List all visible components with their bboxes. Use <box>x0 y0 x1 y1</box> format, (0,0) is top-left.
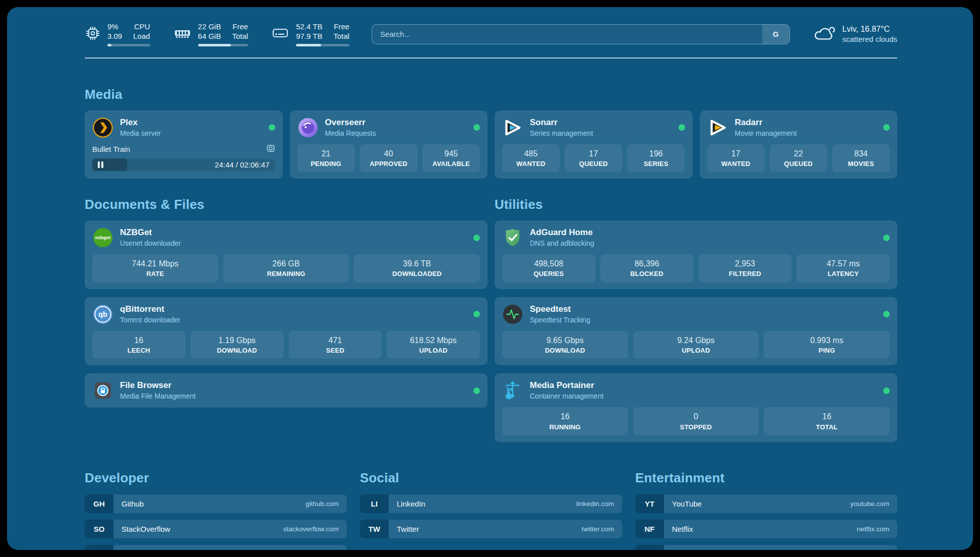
stat-box: 17 WANTED <box>707 144 765 173</box>
service-card-radarr[interactable]: Radarr Movie management 17 WANTED 22 QUE… <box>700 110 898 179</box>
bookmark-name: Github <box>121 499 144 508</box>
bookmark-domain: netflix.com <box>856 525 889 533</box>
search-input[interactable] <box>372 25 762 44</box>
load-label: Load <box>133 32 150 41</box>
status-badge <box>883 387 890 394</box>
service-card-filebrowser[interactable]: File Browser Media File Management <box>85 373 487 408</box>
service-name: Plex <box>120 117 161 129</box>
search-provider-button[interactable]: G <box>762 25 789 44</box>
service-name: qBittorrent <box>120 304 180 315</box>
weather-location-temp: Lviv, 16.87°C <box>842 24 897 35</box>
stat-box: 945 AVAILABLE <box>422 144 480 173</box>
stat-box: 86,396 BLOCKED <box>600 254 694 283</box>
service-subtitle: Speedtest Tracking <box>530 315 590 325</box>
service-card-portainer[interactable]: Media Portainer Container management 16 … <box>495 373 897 442</box>
status-badge <box>883 235 890 241</box>
service-name: Radarr <box>735 117 797 129</box>
now-playing-title: Bullet Train <box>92 145 130 153</box>
bookmark-abbr: NF <box>635 520 664 538</box>
service-card-nzbget[interactable]: nzbget NZBGet Usenet downloader 744.21 M… <box>85 220 487 289</box>
bookmark-domain: twitter.com <box>581 525 614 533</box>
nzbget-icon: nzbget <box>92 227 113 248</box>
stat-box: 39.6 TB DOWNLOADED <box>354 254 480 283</box>
section-title-media: Media <box>85 87 897 102</box>
memory-stat-widget: 22 GiB 64 GiB Free Total <box>173 22 249 46</box>
search-bar: G <box>372 24 790 44</box>
memory-total-label: Total <box>232 32 248 41</box>
section-title-social: Social <box>360 470 622 486</box>
service-subtitle: DNS and adblocking <box>530 239 594 248</box>
filebrowser-icon <box>92 380 113 401</box>
memory-free-label: Free <box>232 22 248 32</box>
bookmark-reddit[interactable]: RE Reddit reddit.com <box>635 545 897 550</box>
service-name: Media Portainer <box>530 380 603 392</box>
now-playing-icon <box>266 144 275 154</box>
utilities-column: Utilities <box>495 197 897 442</box>
status-badge <box>883 124 890 131</box>
stat-box: 834 MOVIES <box>832 144 890 173</box>
service-name: File Browser <box>120 380 196 392</box>
disk-icon <box>271 27 289 42</box>
stat-box: 266 GB REMAINING <box>223 254 349 283</box>
status-badge <box>473 235 480 241</box>
cpu-stat-widget: 9% 3.09 CPU Load <box>85 22 150 46</box>
stat-box: 16 TOTAL <box>764 407 890 435</box>
service-subtitle: Torrent downloader <box>120 315 180 325</box>
svg-text:qb: qb <box>98 310 107 318</box>
stat-box: 498,508 QUERIES <box>502 254 595 283</box>
bookmark-twitter[interactable]: TW Twitter twitter.com <box>360 520 622 538</box>
top-bar: 9% 3.09 CPU Load <box>85 22 897 46</box>
bookmark-stackoverflow[interactable]: SO StackOverflow stackoverflow.com <box>85 520 347 538</box>
service-subtitle: Series management <box>530 129 593 138</box>
service-card-overseerr[interactable]: Overseerr Media Requests 21 PENDING 40 A… <box>290 110 488 179</box>
disk-progress-bar <box>296 44 349 46</box>
service-subtitle: Media Requests <box>325 129 376 138</box>
service-card-adguard[interactable]: AdGuard Home DNS and adblocking 498,508 … <box>495 220 897 289</box>
bookmark-abbr: SO <box>85 520 113 538</box>
section-title-documents: Documents & Files <box>85 197 487 212</box>
stat-box: 485 WANTED <box>502 144 560 173</box>
dashboard: 9% 3.09 CPU Load <box>7 7 973 550</box>
section-title-entertainment: Entertainment <box>635 470 897 486</box>
disk-free-value: 52.4 TB <box>296 22 322 32</box>
bookmark-github[interactable]: GH Github github.com <box>85 494 347 513</box>
service-card-sonarr[interactable]: Sonarr Series management 485 WANTED 17 Q… <box>495 110 693 179</box>
service-name: AdGuard Home <box>530 227 594 239</box>
status-badge <box>269 124 275 131</box>
disk-free-label: Free <box>334 22 349 32</box>
service-card-qbittorrent[interactable]: qb qBittorrent Torrent downloader 16 LEE… <box>85 297 487 366</box>
bookmark-linkedin[interactable]: LI LinkedIn linkedin.com <box>360 494 622 513</box>
pause-icon <box>98 161 100 168</box>
stat-box: 47.57 ms LATENCY <box>797 254 890 283</box>
bookmark-abbr: TW <box>360 520 389 538</box>
section-title-developer: Developer <box>85 470 347 486</box>
cloud-icon <box>812 24 835 44</box>
topbar-divider <box>85 58 897 59</box>
section-title-utilities: Utilities <box>495 197 897 212</box>
service-subtitle: Usenet downloader <box>120 239 181 248</box>
service-card-speedtest[interactable]: Speedtest Speedtest Tracking 9.65 Gbps D… <box>495 297 897 366</box>
stat-box: 618.52 Mbps UPLOAD <box>387 331 480 359</box>
stat-box: 744.21 Mbps RATE <box>92 254 218 283</box>
stat-box: 16 LEECH <box>92 331 186 359</box>
portainer-icon <box>502 380 523 401</box>
service-subtitle: Movie management <box>735 129 797 138</box>
bookmark-abbr: DT <box>85 545 113 550</box>
disk-stat-widget: 52.4 TB 97.9 TB Free Total <box>271 22 349 46</box>
now-playing-widget: Bullet Train 24:44 / <box>92 144 275 171</box>
bookmark-domain: youtube.com <box>850 500 889 508</box>
bookmark-youtube[interactable]: YT YouTube youtube.com <box>635 494 897 513</box>
playback-time: 24:44 / 02:06:47 <box>215 158 269 171</box>
service-subtitle: Media File Management <box>120 392 196 401</box>
stat-box: 0.993 ms PING <box>764 331 890 359</box>
service-subtitle: Media server <box>120 129 161 138</box>
bookmark-name: Twitter <box>397 525 419 533</box>
cpu-icon <box>85 25 101 43</box>
qbittorrent-icon: qb <box>92 304 113 325</box>
sonarr-icon <box>502 117 523 138</box>
stat-box: 9.65 Gbps DOWNLOAD <box>502 331 628 359</box>
service-card-plex[interactable]: Plex Media server Bullet Train <box>85 110 283 179</box>
bookmark-netflix[interactable]: NF Netflix netflix.com <box>635 520 897 538</box>
stat-box: 22 QUEUED <box>770 144 827 173</box>
bookmark-dev[interactable]: DT DEV dev.to <box>85 545 347 550</box>
